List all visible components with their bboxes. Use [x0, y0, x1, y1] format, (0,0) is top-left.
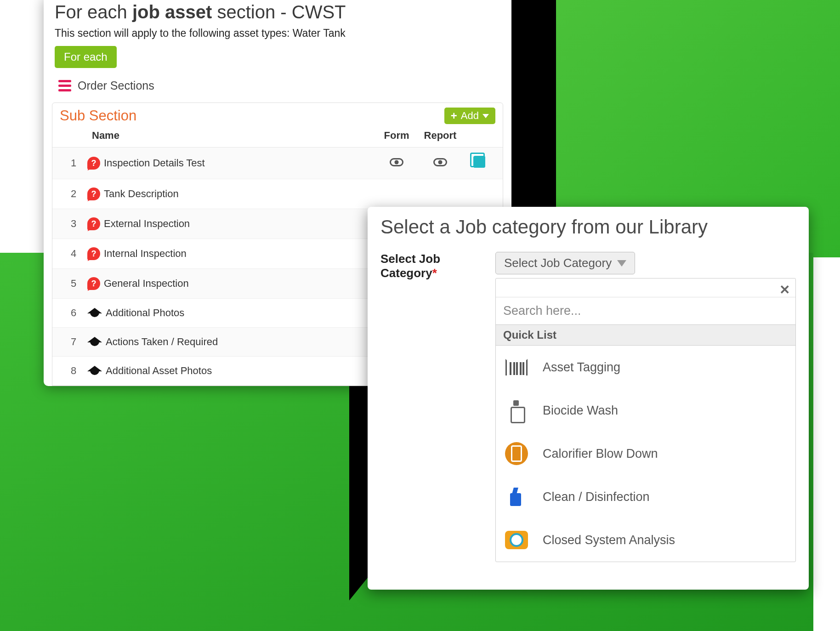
list-item-label: Asset Tagging	[543, 360, 620, 375]
quicklist-header: Quick List	[496, 324, 795, 346]
question-icon: ?	[87, 277, 100, 290]
row-name: Additional Photos	[106, 307, 184, 319]
barcode-icon	[504, 356, 529, 379]
for-each-button[interactable]: For each	[55, 46, 117, 68]
copy-icon[interactable]	[473, 156, 485, 168]
dialog-title: Select a Job category from our Library	[380, 216, 796, 238]
subsection-header: Sub Section + Add	[52, 103, 503, 127]
section-title-bold: job asset	[132, 2, 212, 22]
clean-icon	[504, 485, 529, 508]
eye-icon[interactable]	[390, 158, 403, 166]
plus-icon: +	[451, 109, 457, 122]
order-sections-button[interactable]: Order Sections	[58, 79, 511, 92]
table-row[interactable]: 2?Tank Description	[52, 179, 503, 209]
graduate-icon	[87, 308, 102, 318]
list-item[interactable]: Biocide Wash	[496, 389, 795, 432]
quicklist[interactable]: Asset TaggingBiocide WashCalorifier Blow…	[496, 346, 795, 562]
section-title: For each job asset section - CWST	[55, 2, 500, 23]
chevron-down-icon	[482, 114, 489, 118]
row-number: 6	[60, 307, 87, 319]
row-name: Additional Asset Photos	[106, 365, 212, 377]
row-number: 3	[60, 218, 87, 230]
list-item[interactable]: Closed System Analysis	[496, 518, 795, 562]
reorder-icon	[58, 80, 71, 91]
job-category-dropdown: ✕ Quick List Asset TaggingBiocide WashCa…	[495, 278, 796, 562]
close-icon[interactable]: ✕	[779, 282, 790, 297]
row-name: Actions Taken / Required	[106, 336, 218, 348]
add-label: Add	[461, 110, 479, 122]
list-item-label: Calorifier Blow Down	[543, 447, 658, 461]
order-sections-label: Order Sections	[78, 79, 154, 92]
job-category-select[interactable]: Select Job Category	[495, 252, 635, 274]
job-category-dialog: Select a Job category from our Library S…	[368, 207, 809, 590]
section-title-prefix: For each	[55, 2, 132, 22]
col-name: Name	[87, 130, 376, 142]
list-item-label: Clean / Disinfection	[543, 490, 650, 504]
col-form: Form	[376, 130, 417, 142]
question-icon: ?	[87, 157, 100, 170]
list-item[interactable]: Clean / Disinfection	[496, 475, 795, 518]
question-icon: ?	[87, 247, 100, 260]
subsection-column-headers: Name Form Report	[52, 127, 503, 148]
job-category-search-input[interactable]	[496, 297, 795, 324]
row-number: 1	[60, 157, 87, 169]
job-category-field: Select Job Category* Select Job Category…	[380, 252, 796, 562]
question-icon: ?	[87, 217, 100, 230]
row-name: External Inspection	[104, 218, 190, 230]
row-name: Internal Inspection	[104, 248, 187, 260]
section-subtitle: This section will apply to the following…	[55, 27, 500, 40]
list-item[interactable]: Asset Tagging	[496, 346, 795, 389]
calor-icon	[504, 442, 529, 465]
list-item-label: Closed System Analysis	[543, 533, 675, 547]
row-name: Inspection Details Test	[104, 157, 205, 169]
row-name: Tank Description	[104, 188, 179, 200]
row-number: 2	[60, 188, 87, 200]
list-item-label: Biocide Wash	[543, 404, 618, 418]
chevron-down-icon	[617, 260, 626, 267]
eye-icon[interactable]	[433, 158, 447, 166]
job-category-select-placeholder: Select Job Category	[504, 256, 612, 270]
row-name: General Inspection	[104, 278, 189, 290]
subsection-title: Sub Section	[60, 108, 136, 124]
graduate-icon	[87, 366, 102, 376]
section-title-suffix: section - CWST	[212, 2, 346, 22]
row-number: 7	[60, 336, 87, 348]
closed-icon	[504, 529, 529, 551]
row-number: 8	[60, 365, 87, 377]
job-category-label-text: Select Job Category	[380, 252, 440, 280]
spray-icon	[504, 399, 529, 422]
list-item[interactable]: Calorifier Blow Down	[496, 432, 795, 475]
question-icon: ?	[87, 188, 100, 200]
add-subsection-button[interactable]: + Add	[444, 108, 495, 124]
col-report: Report	[417, 130, 463, 142]
job-category-label: Select Job Category*	[380, 252, 482, 562]
graduate-icon	[87, 337, 102, 347]
required-asterisk: *	[432, 266, 437, 280]
row-number: 5	[60, 278, 87, 290]
table-row[interactable]: 1?Inspection Details Test	[52, 148, 503, 179]
row-number: 4	[60, 248, 87, 260]
